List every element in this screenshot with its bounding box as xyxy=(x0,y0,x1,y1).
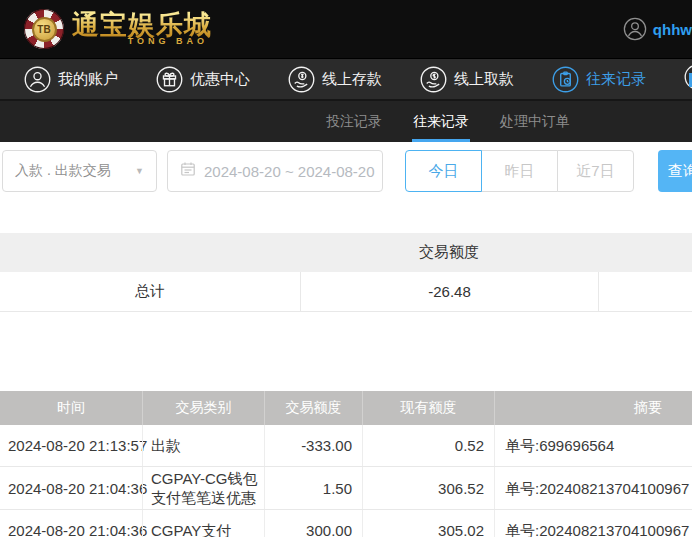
user-avatar-icon xyxy=(623,17,647,41)
quick-date-buttons: 今日 昨日 近7日 xyxy=(405,150,634,192)
row-memo: 单号:202408213704100967 xyxy=(494,510,692,537)
today-button[interactable]: 今日 xyxy=(405,150,482,192)
row-balance: 305.02 xyxy=(362,510,494,537)
table-row: 2024-08-20 21:04:36 CGPAY支付 300.00 305.0… xyxy=(0,510,692,537)
col-amount: 交易额度 xyxy=(264,391,362,425)
nav-item-deposit[interactable]: 线上存款 xyxy=(288,66,382,93)
row-balance: 0.52 xyxy=(362,425,494,466)
chevron-down-icon: ▼ xyxy=(135,166,144,176)
last7days-button[interactable]: 近7日 xyxy=(557,150,634,192)
nav-label: 线上取款 xyxy=(454,70,514,89)
row-time: 2024-08-20 21:04:36 xyxy=(0,510,142,537)
records-icon xyxy=(552,66,579,93)
col-balance: 现有额度 xyxy=(362,391,494,425)
tab-betting-records[interactable]: 投注记录 xyxy=(325,101,383,142)
row-memo: 单号:699696564 xyxy=(494,425,692,466)
row-amount: 1.50 xyxy=(264,467,362,509)
col-type: 交易类别 xyxy=(142,391,264,425)
summary-header-row: 交易额度 xyxy=(0,233,692,272)
row-memo: 单号:202408213704100967 xyxy=(494,467,692,509)
row-type: CGPAY支付 xyxy=(142,510,264,537)
chip-label: TB xyxy=(32,17,57,42)
nav-label: 优惠中心 xyxy=(190,70,250,89)
brand-logo[interactable]: TB 通宝娱乐城 TONG BAO xyxy=(24,9,212,49)
nav-item-my-account[interactable]: 我的账户 xyxy=(24,66,118,93)
record-tabs: 投注记录 往来记录 处理中订单 xyxy=(0,101,692,142)
row-amount: 300.00 xyxy=(264,510,362,537)
nav-item-transactions[interactable]: 往来记录 xyxy=(552,66,646,93)
col-time: 时间 xyxy=(0,391,142,425)
filter-bar: 入款 . 出款交易 ▼ 2024-08-20 ~ 2024-08-20 今日 昨… xyxy=(0,142,692,200)
calendar-icon xyxy=(180,161,196,181)
transaction-type-value: 入款 . 出款交易 xyxy=(15,162,135,180)
user-account[interactable]: qhhw xyxy=(623,17,692,41)
summary-header-label: 交易额度 xyxy=(300,243,598,262)
tab-processing-orders[interactable]: 处理中订单 xyxy=(499,101,571,142)
date-range-input[interactable]: 2024-08-20 ~ 2024-08-20 xyxy=(167,150,383,192)
main-nav: 我的账户 优惠中心 xyxy=(0,58,692,101)
gift-icon xyxy=(156,66,183,93)
yesterday-button[interactable]: 昨日 xyxy=(481,150,558,192)
nav-label: 我的账户 xyxy=(58,70,118,89)
search-button[interactable]: 查询 xyxy=(658,150,692,192)
summary-total-value: -26.48 xyxy=(300,272,598,311)
nav-label: 往来记录 xyxy=(586,70,646,89)
table-row: 2024-08-20 21:13:57 出款 -333.00 0.52 单号:6… xyxy=(0,425,692,467)
records-header-row: 时间 交易类别 交易额度 现有额度 摘要 xyxy=(0,391,692,425)
records-table: 时间 交易类别 交易额度 现有额度 摘要 2024-08-20 21:13:57… xyxy=(0,391,692,537)
row-amount: -333.00 xyxy=(264,425,362,466)
casino-chip-icon: TB xyxy=(24,9,64,49)
table-row: 2024-08-20 21:04:36 CGPAY-CG钱包支付笔笔送优惠 1.… xyxy=(0,467,692,510)
summary-table: 交易额度 总计 -26.48 xyxy=(0,233,692,312)
col-memo: 摘要 xyxy=(494,391,692,425)
row-time: 2024-08-20 21:04:36 xyxy=(0,467,142,509)
user-icon xyxy=(24,66,51,93)
nav-item-withdraw[interactable]: 线上取款 xyxy=(420,66,514,93)
username[interactable]: qhhw xyxy=(653,21,692,38)
nav-item-promotions[interactable]: 优惠中心 xyxy=(156,66,250,93)
transaction-records-page: TB 通宝娱乐城 TONG BAO qhhw xyxy=(0,0,692,537)
top-header: TB 通宝娱乐城 TONG BAO qhhw xyxy=(0,0,692,58)
transaction-type-select[interactable]: 入款 . 出款交易 ▼ xyxy=(2,150,157,192)
summary-total-label: 总计 xyxy=(0,272,300,311)
summary-total-row: 总计 -26.48 xyxy=(0,272,692,312)
withdraw-icon xyxy=(420,66,447,93)
row-time: 2024-08-20 21:13:57 xyxy=(0,425,142,466)
row-type: 出款 xyxy=(142,425,264,466)
row-type: CGPAY-CG钱包支付笔笔送优惠 xyxy=(142,467,264,509)
nav-label: 线上存款 xyxy=(322,70,382,89)
tab-transaction-records[interactable]: 往来记录 xyxy=(412,101,470,142)
date-range-value: 2024-08-20 ~ 2024-08-20 xyxy=(204,163,375,180)
deposit-icon xyxy=(288,66,315,93)
row-balance: 306.52 xyxy=(362,467,494,509)
